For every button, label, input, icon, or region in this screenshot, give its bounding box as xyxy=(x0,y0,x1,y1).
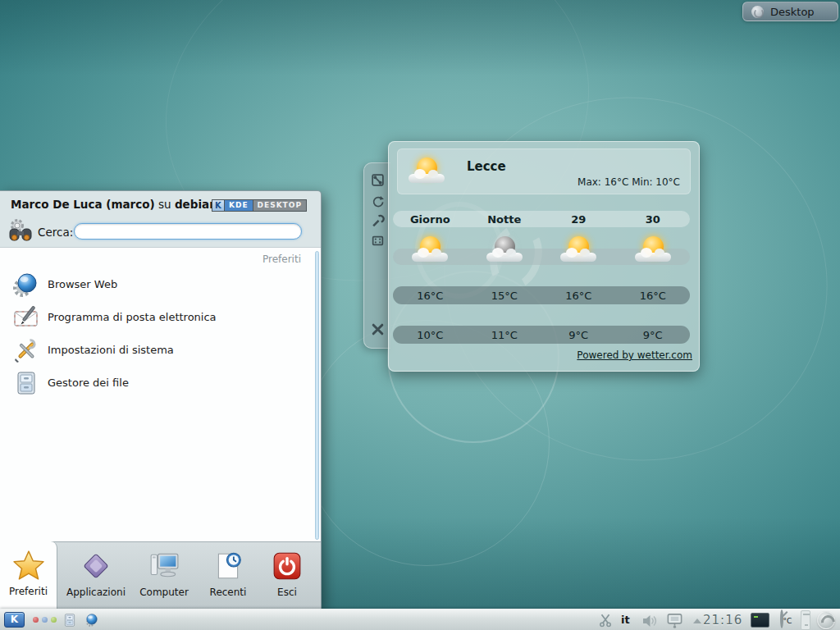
weather-col-header: Notte xyxy=(468,212,542,226)
weather-widget: Lecce Max: 16°C Min: 10°C Giorno Notte 2… xyxy=(388,141,700,372)
weather-col-header: Giorno xyxy=(393,212,468,226)
keyboard-layout-indicator[interactable]: it xyxy=(621,614,630,626)
activity-dots[interactable] xyxy=(33,617,57,623)
settings-grid-icon[interactable] xyxy=(371,234,385,248)
tray-expander-icon[interactable] xyxy=(693,619,701,623)
weather-header: Lecce Max: 16°C Min: 10°C xyxy=(397,148,691,194)
tab-esci[interactable]: Esci xyxy=(258,542,317,609)
night-temp: 9°C xyxy=(541,327,616,342)
terminal-tray-icon[interactable] xyxy=(751,613,769,628)
not-available-icon xyxy=(780,609,783,628)
desktop-toolbox-label: Desktop xyxy=(770,6,815,18)
day-temp: 16°C xyxy=(616,288,691,303)
list-item-file-manager[interactable]: Gestore dei file xyxy=(0,368,321,400)
app-launcher-button[interactable]: K xyxy=(4,612,25,628)
sun-cloud-icon xyxy=(411,236,449,264)
list-item-mail-client[interactable]: Programma di posta elettronica xyxy=(0,302,321,335)
temp-unit-label: °C xyxy=(783,617,792,625)
list-item-label: Programma di posta elettronica xyxy=(48,311,217,323)
moon-cloud-icon xyxy=(486,236,523,264)
star-icon xyxy=(13,550,44,581)
user-conj: su xyxy=(155,198,175,211)
kde-logo-icon: K xyxy=(212,200,225,211)
computer-icon xyxy=(148,550,180,582)
list-item-web-browser[interactable]: Browser Web xyxy=(0,269,321,302)
weather-city: Lecce xyxy=(467,159,506,174)
list-item-system-settings[interactable]: Impostazioni di sistema xyxy=(0,335,321,368)
night-temp: 11°C xyxy=(468,327,542,342)
search-input[interactable] xyxy=(74,223,302,240)
kickoff-menu: Marco De Luca (marco) su debian K KDE DE… xyxy=(0,190,322,609)
panel-widget-strip[interactable] xyxy=(801,610,810,630)
kickoff-tab-bar: Preferiti Applicazioni Computer xyxy=(0,541,321,609)
search-binoculars-icon xyxy=(7,217,34,245)
resize-icon[interactable] xyxy=(371,173,385,187)
digital-clock[interactable]: 21:16 xyxy=(703,613,742,628)
applet-handle[interactable] xyxy=(363,162,390,349)
tab-label: Computer xyxy=(139,587,189,598)
sun-cloud-icon xyxy=(634,236,672,264)
list-item-label: Impostazioni di sistema xyxy=(48,344,174,356)
cashew-icon xyxy=(751,6,764,18)
day-temp: 15°C xyxy=(468,288,542,303)
file-manager-icon xyxy=(13,370,39,396)
day-temp: 16°C xyxy=(393,288,468,303)
clipboard-scissors-icon[interactable] xyxy=(598,613,613,628)
list-item-label: Browser Web xyxy=(48,278,117,290)
tab-computer[interactable]: Computer xyxy=(131,542,197,609)
tab-label: Esci xyxy=(277,587,297,598)
kickoff-user-line: Marco De Luca (marco) su debian xyxy=(11,198,217,211)
configure-wrench-icon[interactable] xyxy=(371,214,385,228)
rotate-icon[interactable] xyxy=(371,194,385,208)
desktop-toolbox[interactable]: Desktop xyxy=(742,2,838,21)
night-temp: 9°C xyxy=(616,327,691,342)
web-browser-icon xyxy=(13,272,39,298)
search-label: Cerca: xyxy=(38,226,73,239)
weather-credit-link[interactable]: Powered by wetter.com xyxy=(577,349,692,361)
blue-dot-icon xyxy=(42,617,48,623)
badge-desktop-label: DESKTOP xyxy=(253,200,306,211)
system-settings-icon xyxy=(13,337,39,363)
user-name: Marco De Luca (marco) xyxy=(11,198,155,211)
tab-label: Applicazioni xyxy=(66,587,126,598)
badge-kde-label: KDE xyxy=(225,200,253,211)
weather-col-header: 30 xyxy=(616,212,691,226)
list-item-label: Gestore dei file xyxy=(48,377,129,389)
kde-desktop-badge: K KDE DESKTOP xyxy=(212,199,307,212)
weather-tray-icon[interactable]: °C xyxy=(777,611,795,630)
web-browser-launcher-icon[interactable] xyxy=(84,613,99,628)
day-temp: 16°C xyxy=(541,288,616,303)
weather-max-min: Max: 16°C Min: 10°C xyxy=(578,176,680,188)
favorites-list: Preferiti Browser Web xyxy=(0,247,321,542)
scrollbar[interactable] xyxy=(315,251,319,540)
recent-document-icon xyxy=(212,550,244,582)
sun-cloud-icon xyxy=(408,158,445,185)
display-network-icon[interactable] xyxy=(666,613,683,628)
tab-recenti[interactable]: Recenti xyxy=(200,542,256,609)
tab-label: Recenti xyxy=(210,587,247,598)
file-manager-launcher-icon[interactable] xyxy=(62,613,77,628)
tab-label: Preferiti xyxy=(9,586,48,597)
tab-preferiti[interactable]: Preferiti xyxy=(0,541,57,609)
volume-icon[interactable] xyxy=(641,613,658,628)
applications-icon xyxy=(80,550,112,582)
red-dot-icon xyxy=(33,617,39,623)
night-temp: 10°C xyxy=(393,327,468,342)
green-dot-icon xyxy=(51,617,57,623)
taskbar-panel: K it 21:16 °C xyxy=(0,609,840,630)
power-icon xyxy=(272,550,303,582)
sun-cloud-icon xyxy=(559,236,597,264)
tab-applicazioni[interactable]: Applicazioni xyxy=(62,542,130,609)
mail-client-icon xyxy=(13,304,39,331)
panel-cashew-icon[interactable] xyxy=(817,611,835,629)
weather-col-header: 29 xyxy=(541,212,616,226)
section-label: Preferiti xyxy=(262,253,301,265)
close-icon[interactable] xyxy=(371,322,385,336)
